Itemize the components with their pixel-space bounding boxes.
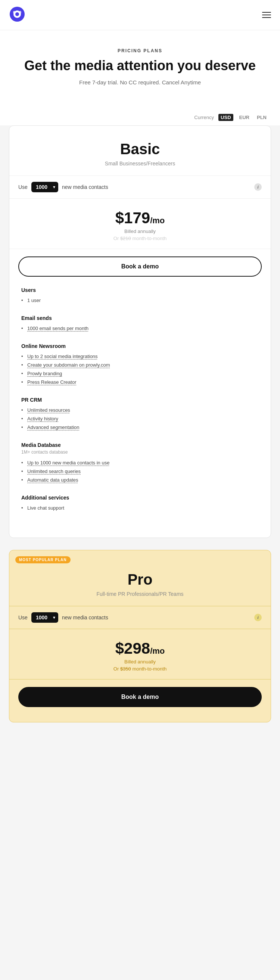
pro-pricing-block: $298/mo Billed annually Or $350 month-to… — [10, 629, 270, 679]
currency-usd[interactable]: USD — [218, 114, 233, 121]
svg-point-4 — [19, 11, 21, 14]
feature-group-additional-title: Additional services — [21, 495, 259, 501]
basic-pricing-block: $179/mo Billed annually Or $210 month-to… — [10, 199, 270, 249]
feature-group-pr-crm: PR CRM Unlimited resources Activity hist… — [21, 397, 259, 431]
pro-contact-dropdown-wrap[interactable]: 1000 2000 5000 — [31, 612, 58, 623]
logo — [9, 6, 25, 24]
pro-plan-card: MOST POPULAR PLAN Pro Full-time PR Profe… — [9, 550, 271, 722]
feature-item: Prowly branding — [21, 369, 259, 378]
svg-point-3 — [13, 11, 15, 14]
pro-plan-name: Pro — [18, 571, 262, 588]
hero-eyebrow: PRICING PLANS — [15, 48, 265, 53]
pro-contact-selector: Use 1000 2000 5000 new media contacts i — [10, 606, 270, 629]
feature-group-additional: Additional services Live chat support — [21, 495, 259, 512]
feature-item: Live chat support — [21, 504, 259, 512]
currency-eur[interactable]: EUR — [238, 114, 251, 121]
feature-item: Unlimited search queries — [21, 467, 259, 476]
feature-item: Up to 2 social media integrations — [21, 352, 259, 361]
feature-item: 1000 email sends per month — [21, 324, 259, 332]
pro-plan-tagline: Full-time PR Professionals/PR Teams — [18, 591, 262, 597]
contact-use-label: Use — [18, 184, 28, 190]
pro-contact-count-select[interactable]: 1000 2000 5000 — [31, 612, 58, 623]
contact-use-label-pro: Use — [18, 614, 28, 620]
feature-item: Up to 1000 new media contacts in use — [21, 458, 259, 467]
feature-group-pr-crm-title: PR CRM — [21, 397, 259, 403]
contact-count-select[interactable]: 1000 2000 5000 — [31, 182, 58, 192]
basic-plan-header: Basic Small Businesses/Freelancers — [10, 126, 270, 176]
feature-item: Unlimited resources — [21, 406, 259, 414]
contact-dropdown-wrap[interactable]: 1000 2000 5000 — [31, 182, 58, 192]
hero-section: PRICING PLANS Get the media attention yo… — [0, 30, 280, 97]
currency-bar: Currency USD EUR PLN — [0, 110, 280, 126]
basic-monthly: Or $210 month-to-month — [18, 235, 262, 241]
pro-contact-suffix-label: new media contacts — [62, 614, 108, 620]
info-icon[interactable]: i — [254, 183, 262, 191]
pro-billed: Billed annually — [18, 659, 262, 665]
basic-billed: Billed annually — [18, 229, 262, 234]
feature-group-media-db-title: Media Database — [21, 442, 259, 448]
feature-group-users: Users 1 user — [21, 287, 259, 305]
pro-monthly: Or $350 month-to-month — [18, 666, 262, 671]
feature-item: Create your subdomain on prowly.com — [21, 361, 259, 369]
feature-group-media-db: Media Database 1M+ contacts database Up … — [21, 442, 259, 484]
contact-suffix-label: new media contacts — [62, 184, 108, 190]
feature-item: Automatic data updates — [21, 476, 259, 484]
basic-plan-name: Basic — [18, 141, 262, 158]
pro-price: $298/mo — [18, 640, 262, 657]
basic-book-demo-button[interactable]: Book a demo — [18, 256, 262, 277]
pro-book-demo-button[interactable]: Book a demo — [18, 687, 262, 707]
feature-group-email: Email sends 1000 email sends per month — [21, 315, 259, 332]
feature-item: Advanced segmentation — [21, 423, 259, 431]
currency-pln[interactable]: PLN — [255, 114, 268, 121]
feature-item: Activity history — [21, 414, 259, 423]
feature-group-media-db-subtitle: 1M+ contacts database — [21, 450, 259, 455]
feature-group-users-title: Users — [21, 287, 259, 293]
feature-group-email-title: Email sends — [21, 315, 259, 321]
hero-subtitle: Free 7-day trial. No CC required. Cancel… — [15, 79, 265, 86]
svg-point-2 — [15, 12, 19, 16]
basic-contact-selector: Use 1000 2000 5000 new media contacts i — [10, 176, 270, 199]
feature-item: 1 user — [21, 296, 259, 305]
hero-title: Get the media attention you deserve — [15, 58, 265, 73]
basic-plan-tagline: Small Businesses/Freelancers — [18, 161, 262, 167]
most-popular-badge: MOST POPULAR PLAN — [15, 556, 70, 563]
menu-button[interactable] — [262, 12, 271, 18]
header — [0, 0, 280, 30]
feature-item: Press Release Creator — [21, 378, 259, 387]
basic-price: $179/mo — [18, 209, 262, 227]
feature-group-newsroom: Online Newsroom Up to 2 social media int… — [21, 343, 259, 387]
basic-plan-card: Basic Small Businesses/Freelancers Use 1… — [9, 126, 271, 538]
basic-features: Users 1 user Email sends 1000 email send… — [10, 277, 270, 512]
currency-label: Currency — [194, 115, 214, 120]
feature-group-newsroom-title: Online Newsroom — [21, 343, 259, 349]
pro-info-icon[interactable]: i — [254, 614, 262, 621]
